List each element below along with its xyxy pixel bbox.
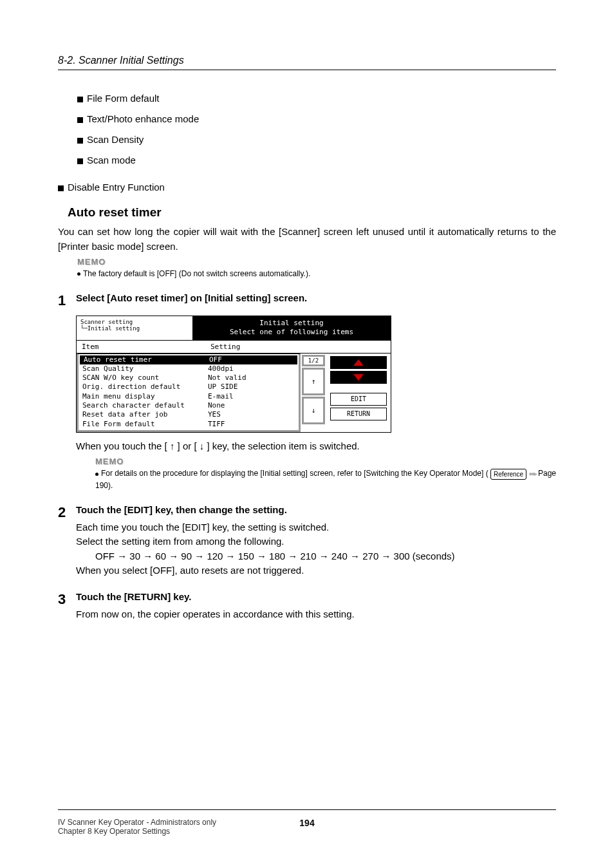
memo-text: For details on the procedure for display…	[95, 467, 556, 491]
step-title: Touch the [EDIT] key, then change the se…	[76, 504, 556, 515]
list-row: Reset data after jobYES	[79, 410, 299, 419]
memo-label: MEMO	[77, 257, 556, 267]
step-body-line: Select the setting item from among the f…	[76, 534, 556, 549]
step-number: 2	[58, 504, 76, 521]
screen-list: Auto reset timerOFF Scan Quality400dpi S…	[77, 354, 301, 432]
row-label: Main menu display	[82, 392, 208, 401]
reference-badge: Reference	[490, 469, 526, 480]
row-value: TIFF	[208, 420, 225, 429]
memo-content: The factory default is [OFF] (Do not swi…	[83, 269, 310, 278]
memo-text: The factory default is [OFF] (Do not swi…	[77, 268, 556, 279]
step-body-line: Each time you touch the [EDIT] key, the …	[76, 520, 556, 535]
row-value: 400dpi	[208, 364, 234, 373]
step-2: 2 Touch the [EDIT] key, then change the …	[58, 504, 556, 578]
bullet-item: Scan mode	[77, 155, 556, 165]
row-value: E-mail	[208, 392, 234, 401]
row-value: OFF	[209, 355, 222, 364]
page-number: 194	[299, 818, 314, 828]
bullet-item: Disable Entry Function	[58, 182, 556, 193]
step-3: 3 Touch the [RETURN] key. From now on, t…	[58, 591, 556, 622]
page-footer: IV Scanner Key Operator - Administrators…	[58, 809, 556, 836]
screen-title-2: Select one of following items	[198, 328, 386, 337]
col-item: Item	[82, 343, 210, 351]
row-label: Reset data after job	[82, 410, 208, 419]
list-row: Orig. direction defaultUP SIDE	[79, 382, 299, 392]
screen-title-1: Initial setting	[198, 319, 386, 328]
dot-icon	[95, 473, 98, 476]
step-title: Select [Auto reset timer] on [Initial se…	[76, 292, 556, 303]
square-bullet-icon	[77, 158, 83, 164]
breadcrumb-2: └─Initial setting	[80, 325, 189, 332]
list-row: Search character defaultNone	[79, 401, 299, 410]
square-bullet-icon	[77, 117, 83, 123]
memo-label: MEMO	[95, 457, 556, 466]
row-label: File Form default	[82, 420, 208, 429]
step-number: 3	[58, 591, 76, 608]
main-heading: Auto reset timer	[68, 205, 556, 220]
step-content: Select [Auto reset timer] on [Initial se…	[76, 292, 556, 308]
up-arrow-button[interactable]: ↑	[302, 368, 325, 395]
screen-mockup: Scanner setting └─Initial setting Initia…	[76, 316, 391, 433]
list-row: File Form defaultTIFF	[79, 420, 299, 429]
list-row: Main menu displayE-mail	[79, 392, 299, 401]
bullet-text: Scan mode	[87, 155, 136, 165]
footer-line2: Chapter 8 Key Operator Settings	[58, 827, 216, 836]
screen-container: Scanner setting └─Initial setting Initia…	[76, 316, 391, 433]
bullet-item: Scan Density	[77, 134, 556, 145]
square-bullet-icon	[77, 97, 83, 102]
row-label: Orig. direction default	[82, 382, 208, 392]
screen-scroller: 1/2 ↑ ↓	[301, 354, 326, 432]
step-title: Touch the [RETURN] key.	[76, 591, 556, 602]
screen-column-headers: Item Setting	[77, 341, 391, 354]
ref-arrows-icon: ●●▸	[529, 470, 536, 477]
screen-buttons: EDIT RETURN	[326, 354, 391, 432]
red-pointer-up-icon	[353, 359, 364, 366]
bullet-text: Scan Density	[87, 134, 144, 145]
red-pointer-down-icon	[353, 374, 364, 381]
list-row: Auto reset timerOFF	[80, 355, 297, 364]
memo2-prefix: For details on the procedure for display…	[101, 469, 490, 478]
row-value: None	[208, 401, 225, 410]
screen-header: Scanner setting └─Initial setting Initia…	[77, 316, 391, 341]
screen-breadcrumb: Scanner setting └─Initial setting	[77, 316, 192, 340]
bullet-text: Disable Entry Function	[68, 182, 165, 193]
page-indicator: 1/2	[302, 355, 325, 366]
screen-title: Initial setting Select one of following …	[192, 316, 391, 340]
intro-text: You can set how long the copier will wai…	[58, 225, 556, 254]
step-body-line: From now on, the copier operates in acco…	[76, 607, 556, 622]
bullet-item: Text/Photo enhance mode	[77, 113, 556, 124]
section-header: 8-2. Scanner Initial Settings	[58, 55, 556, 70]
row-label: Scan Quality	[82, 364, 208, 373]
step1-after-text: When you touch the [ ↑ ] or [ ↓ ] key, t…	[76, 439, 556, 454]
red-up-indicator	[330, 356, 387, 369]
dot-icon	[77, 272, 80, 276]
edit-button[interactable]: EDIT	[330, 393, 387, 406]
row-label: Auto reset timer	[84, 355, 209, 364]
down-arrow-button[interactable]: ↓	[302, 397, 325, 424]
bullet-text: File Form default	[87, 93, 160, 104]
footer-line1: IV Scanner Key Operator - Administrators…	[58, 818, 216, 827]
step-content: Touch the [RETURN] key. From now on, the…	[76, 591, 556, 622]
col-setting: Setting	[210, 343, 386, 351]
bullet-item: File Form default	[77, 93, 556, 104]
square-bullet-icon	[77, 138, 83, 144]
list-row: Scan Quality400dpi	[79, 364, 299, 373]
screen-body: Auto reset timerOFF Scan Quality400dpi S…	[77, 354, 391, 432]
row-value: Not valid	[208, 373, 247, 382]
step-1: 1 Select [Auto reset timer] on [Initial …	[58, 292, 556, 309]
list-row: SCAN W/O key countNot valid	[79, 373, 299, 382]
square-bullet-icon	[58, 185, 64, 191]
row-value: UP SIDE	[208, 382, 237, 392]
footer-left: IV Scanner Key Operator - Administrators…	[58, 818, 216, 836]
step-content: Touch the [EDIT] key, then change the se…	[76, 504, 556, 578]
row-value: YES	[208, 410, 221, 419]
row-label: SCAN W/O key count	[82, 373, 208, 382]
bullet-list: File Form default Text/Photo enhance mod…	[77, 93, 556, 165]
row-label: Search character default	[82, 401, 208, 410]
breadcrumb-1: Scanner setting	[80, 319, 189, 325]
step-number: 1	[58, 292, 76, 309]
step-body-line: When you select [OFF], auto resets are n…	[76, 563, 556, 578]
step-body-values: OFF → 30 → 60 → 90 → 120 → 150 → 180 → 2…	[95, 549, 556, 564]
return-button[interactable]: RETURN	[330, 408, 387, 420]
bullet-text: Text/Photo enhance mode	[87, 113, 199, 124]
